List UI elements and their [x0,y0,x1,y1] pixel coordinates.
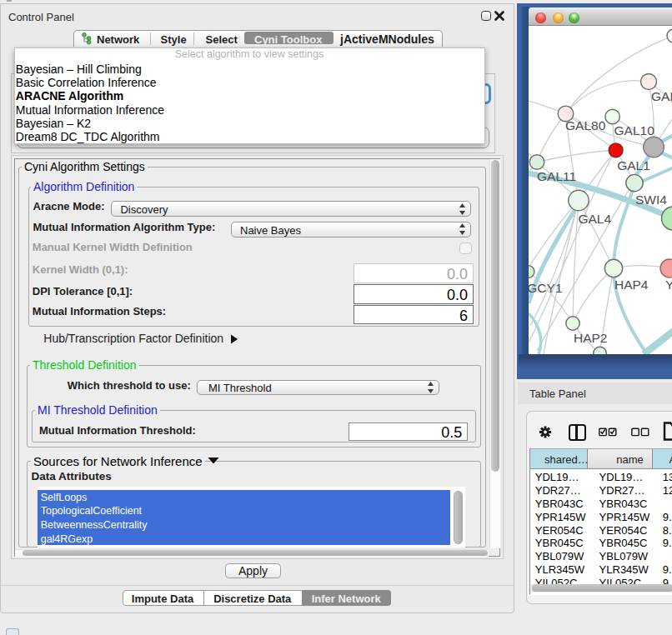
svg-text:Y: Y [665,278,672,292]
svg-text:GAL80: GAL80 [565,118,606,132]
svg-text:GAL11: GAL11 [537,169,576,183]
svg-text:HAP2: HAP2 [574,331,608,345]
svg-text:GCY1: GCY1 [529,281,563,295]
svg-text:GAL10: GAL10 [614,123,655,138]
svg-text:GAL4: GAL4 [578,212,611,226]
svg-text:SWI4: SWI4 [635,192,667,207]
svg-text:HAP4: HAP4 [614,278,649,292]
svg-text:GAL2: GAL2 [651,89,672,103]
svg-text:GAL1: GAL1 [617,158,650,172]
